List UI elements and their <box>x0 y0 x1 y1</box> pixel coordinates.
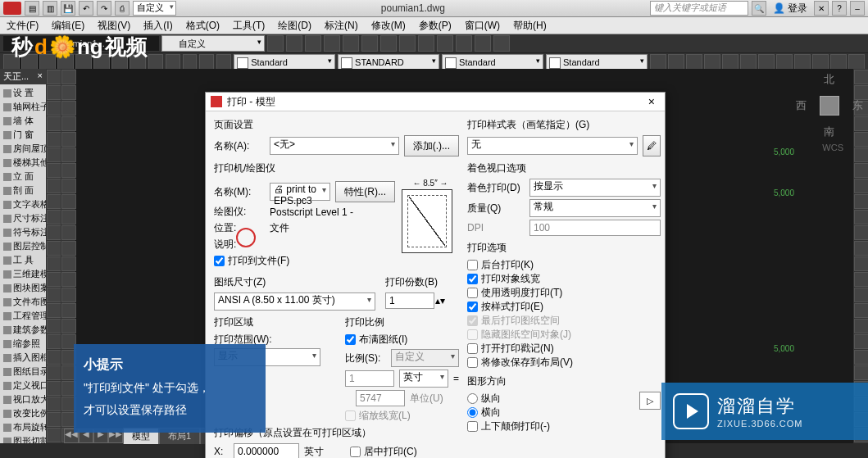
menu-item[interactable]: 文件(F) <box>3 17 42 34</box>
compass-west[interactable]: 西 <box>796 98 807 113</box>
tool-icon[interactable] <box>61 163 76 178</box>
panel-item[interactable]: 设 置 <box>2 86 44 100</box>
tool-icon[interactable] <box>61 210 76 224</box>
paper-size-select[interactable]: ANSI A (8.50 x 11.00 英寸) <box>214 292 375 311</box>
dialog-titlebar[interactable]: 打印 - 模型 × <box>206 93 665 111</box>
tool-icon[interactable] <box>854 194 868 209</box>
menu-item[interactable]: 视图(V) <box>94 17 134 34</box>
panel-item[interactable]: 立 面 <box>2 170 44 184</box>
menu-item[interactable]: 绘图(D) <box>275 17 315 34</box>
tool-icon[interactable] <box>437 35 453 52</box>
search-icon[interactable]: 🔍 <box>752 1 766 16</box>
tool-icon[interactable] <box>47 319 61 333</box>
portrait-radio[interactable] <box>467 393 478 404</box>
panel-item[interactable]: 文字表格 <box>2 197 44 211</box>
panel-item[interactable]: 定义视口 <box>2 379 44 392</box>
landscape-radio[interactable] <box>467 407 478 418</box>
tool-icon[interactable] <box>854 272 868 287</box>
tool-icon[interactable] <box>47 225 61 240</box>
tool-icon[interactable] <box>61 288 76 302</box>
style-table-select[interactable]: 无 <box>467 137 638 155</box>
tool-icon[interactable] <box>475 35 491 52</box>
tool-icon[interactable] <box>854 350 868 365</box>
compass-east[interactable]: 东 <box>852 98 863 113</box>
tool-icon[interactable] <box>47 381 61 396</box>
minimize-icon[interactable]: – <box>850 1 865 16</box>
menu-item[interactable]: 格式(O) <box>183 17 223 34</box>
panel-item[interactable]: 图纸目录 <box>2 365 44 379</box>
tool-icon[interactable] <box>305 35 321 52</box>
panel-close-icon[interactable]: × <box>38 70 43 83</box>
print-to-file-checkbox[interactable] <box>214 256 225 266</box>
tool-icon[interactable] <box>854 147 868 162</box>
panel-item[interactable]: 墙 体 <box>2 114 44 128</box>
app-icon[interactable] <box>3 2 21 15</box>
print-option[interactable]: 后台打印(K) <box>467 258 661 272</box>
open-icon[interactable]: ▥ <box>43 1 57 16</box>
panel-item[interactable]: 尺寸标注 <box>2 211 44 225</box>
tool-icon[interactable] <box>854 163 868 178</box>
tool-icon[interactable] <box>854 303 868 318</box>
option-checkbox[interactable] <box>467 302 478 312</box>
panel-item[interactable]: 三维建模 <box>2 267 44 281</box>
tool-icon[interactable] <box>47 303 61 318</box>
menu-item[interactable]: 窗口(W) <box>461 17 503 34</box>
tool-icon[interactable] <box>47 85 61 100</box>
tool-icon[interactable] <box>47 397 61 411</box>
redo-icon[interactable]: ↷ <box>97 1 111 16</box>
tool-icon[interactable] <box>47 101 61 116</box>
menu-item[interactable]: 工具(T) <box>229 17 268 34</box>
tool-icon[interactable] <box>47 179 61 193</box>
print-option[interactable]: 打开打印戳记(N) <box>467 342 661 356</box>
compass-north[interactable]: 北 <box>824 72 834 87</box>
panel-item[interactable]: 缩参照 <box>2 337 44 351</box>
tool-icon[interactable] <box>854 179 868 193</box>
undo-icon[interactable]: ↶ <box>79 1 93 16</box>
style-combo-4[interactable]: Standard <box>546 54 648 70</box>
tool-icon[interactable] <box>668 54 684 70</box>
panel-item[interactable]: 图形切割 <box>2 434 44 443</box>
tool-icon[interactable] <box>61 132 76 147</box>
tool-icon[interactable] <box>61 194 76 209</box>
style-combo-2[interactable]: STANDARD <box>338 54 439 70</box>
tool-icon[interactable] <box>47 116 61 131</box>
option-checkbox[interactable] <box>467 357 478 368</box>
tool-icon[interactable] <box>380 35 397 52</box>
tool-icon[interactable] <box>776 54 793 70</box>
tool-icon[interactable] <box>324 35 340 52</box>
close-icon[interactable]: × <box>643 95 660 108</box>
tool-icon[interactable] <box>61 147 76 162</box>
quick-access-combo[interactable]: 自定义 <box>133 1 176 16</box>
tool-icon[interactable] <box>493 35 510 52</box>
tool-icon[interactable] <box>854 334 868 349</box>
tool-icon[interactable] <box>47 163 61 178</box>
panel-item[interactable]: 符号标注 <box>2 225 44 239</box>
tool-icon[interactable] <box>61 179 76 193</box>
tool-icon[interactable] <box>47 132 61 147</box>
menu-item[interactable]: 标注(N) <box>321 17 361 34</box>
tool-icon[interactable] <box>794 54 811 70</box>
panel-item[interactable]: 楼梯其他 <box>2 156 44 170</box>
panel-item[interactable]: 轴网柱子 <box>2 100 44 114</box>
shade-select[interactable]: 按显示 <box>529 179 661 197</box>
tool-icon[interactable] <box>61 241 76 256</box>
menu-item[interactable]: 参数(P) <box>416 17 455 34</box>
workspace-combo[interactable]: 自定义 <box>161 35 265 52</box>
tool-icon[interactable] <box>854 210 868 224</box>
option-checkbox[interactable] <box>467 288 478 298</box>
tool-icon[interactable] <box>722 54 738 70</box>
printer-select[interactable]: 🖨 print to EPS.pc3 <box>270 183 330 201</box>
tool-icon[interactable] <box>61 303 76 318</box>
panel-item[interactable]: 图层控制 <box>2 239 44 253</box>
tool-icon[interactable] <box>199 54 214 70</box>
tool-icon[interactable] <box>61 319 76 333</box>
option-checkbox[interactable] <box>467 274 478 284</box>
login-link[interactable]: 👤 登录 <box>773 2 807 16</box>
tool-icon[interactable] <box>61 101 76 116</box>
tool-icon[interactable] <box>216 54 231 70</box>
tool-icon[interactable] <box>854 256 868 271</box>
tool-icon[interactable] <box>758 54 775 70</box>
unit-select[interactable]: 英寸 <box>399 370 448 388</box>
tool-icon[interactable] <box>47 194 61 209</box>
copies-input[interactable] <box>385 292 434 309</box>
